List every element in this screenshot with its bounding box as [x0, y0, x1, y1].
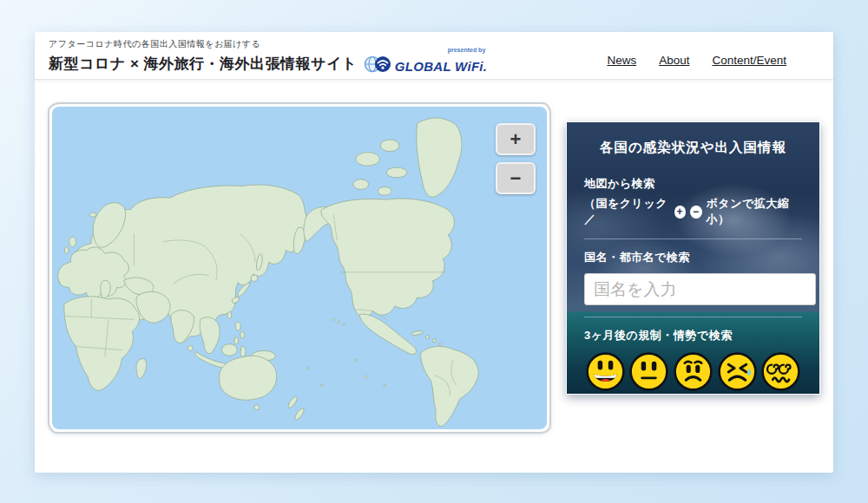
country-name-input[interactable] — [584, 273, 816, 305]
brand-wordmark: GLOBAL WiFi. — [395, 59, 488, 74]
site-header: アフターコロナ時代の各国出入国情報をお届けする 新型コロナ × 海外旅行・海外出… — [35, 32, 833, 80]
neutral-face-icon — [628, 351, 669, 392]
plus-circle-icon: + — [674, 206, 687, 219]
sad-face-icon — [673, 351, 713, 392]
filter-under-investigation[interactable]: 調査中 — [759, 351, 802, 395]
main-nav: News About Content/Event — [607, 54, 786, 67]
divider — [584, 317, 802, 317]
zoom-in-button[interactable]: + — [496, 123, 536, 155]
site-title: 新型コロナ × 海外旅行・海外出張情報サイト — [49, 54, 358, 74]
filter-partial-open-mild[interactable]: 一部解禁 緩い規制) — [628, 351, 671, 395]
search-panel: 各国の感染状況や出入国情報 地図から検索 （国をクリック／ + − ボタンで拡大… — [566, 121, 820, 395]
map-search-label: 地図から検索 — [584, 176, 802, 192]
hint-prefix: （国をクリック／ — [584, 196, 670, 227]
divider — [584, 238, 802, 239]
globe-wifi-icon — [363, 55, 392, 74]
nav-link-content-event[interactable]: Content/Event — [712, 54, 786, 67]
main-card: アフターコロナ時代の各国出入国情報をお届けする 新型コロナ × 海外旅行・海外出… — [35, 32, 833, 473]
nav-link-news[interactable]: News — [607, 54, 636, 67]
filter-no-restriction[interactable]: 制限なし — [584, 351, 628, 395]
site-tagline: アフターコロナ時代の各国出入国情報をお届けする — [49, 38, 819, 50]
dizzy-face-icon — [760, 351, 801, 392]
zoom-out-button[interactable]: − — [496, 162, 536, 194]
emoji-search-label: 3ヶ月後の規制・情勢で検索 — [584, 328, 802, 343]
filter-travel-ban[interactable]: 渡航禁止 — [716, 351, 760, 395]
world-map-frame: + − — [48, 102, 551, 434]
map-zoom-controls: + − — [496, 123, 536, 194]
emoji-filter-row: 制限なし 一部解禁 — [584, 351, 802, 395]
world-map[interactable]: + − — [52, 107, 547, 429]
hint-suffix: ボタンで拡大縮小） — [707, 196, 802, 227]
crying-face-icon — [717, 351, 758, 392]
presented-by-label: presented by — [448, 47, 486, 53]
minus-circle-icon: − — [690, 206, 702, 219]
laughing-face-icon — [585, 351, 626, 392]
world-map-svg[interactable] — [52, 107, 547, 429]
name-search-label: 国名・都市名で検索 — [584, 250, 802, 265]
filter-partial-open-strict[interactable]: 一部解禁 (厳しい規制) — [671, 351, 716, 395]
nav-link-about[interactable]: About — [659, 54, 689, 67]
global-wifi-logo: presented by GLOBAL WiFi. — [363, 55, 488, 74]
map-search-hint: （国をクリック／ + − ボタンで拡大縮小） — [584, 196, 802, 227]
panel-title: 各国の感染状況や出入国情報 — [584, 139, 802, 157]
